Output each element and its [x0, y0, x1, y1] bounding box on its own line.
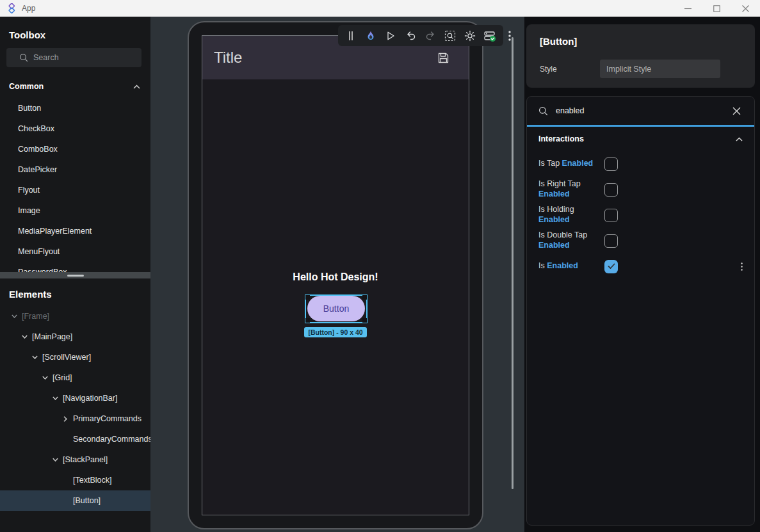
selection-handle[interactable] — [362, 295, 367, 300]
chevron-right-icon[interactable] — [60, 414, 70, 424]
toolbox-item-flyout[interactable]: Flyout — [0, 180, 150, 200]
selected-element-card: [Button] Style Implicit Style — [526, 24, 755, 88]
chevron-up-icon — [133, 85, 140, 89]
toolbox-item-datepicker[interactable]: DatePicker — [0, 159, 150, 180]
properties-panel: [Button] Style Implicit Style Interactio… — [524, 17, 760, 532]
tree-item-label: [NavigationBar] — [63, 394, 117, 403]
toolbox-item-button[interactable]: Button — [0, 98, 150, 118]
save-icon[interactable] — [437, 52, 449, 64]
property-row-is-enabled: Is Enabled — [527, 254, 754, 279]
search-icon — [19, 53, 28, 62]
tree-item-label: SecondaryCommands — [73, 435, 152, 444]
tree-item-label: [MainPage] — [32, 332, 72, 341]
checkbox-is-double-tap-enabled[interactable] — [604, 234, 618, 248]
toolbox-item-menuflyout[interactable]: MenuFlyout — [0, 241, 150, 262]
tree-item-stackpanel[interactable]: [StackPanel] — [0, 449, 150, 470]
panel-splitter[interactable] — [0, 272, 150, 278]
elements-title: Elements — [0, 278, 150, 306]
tree-item-label: [Frame] — [22, 312, 49, 321]
toolbox-item-passwordbox[interactable]: PasswordBox — [0, 262, 150, 272]
interactions-section-header[interactable]: Interactions — [527, 127, 754, 151]
device-screen[interactable]: Title Hello Hot Design! Button — [202, 35, 469, 515]
canvas-scrollbar[interactable] — [512, 37, 513, 489]
undo-icon[interactable] — [403, 28, 418, 44]
tree-item-navigationbar[interactable]: [NavigationBar] — [0, 388, 150, 408]
chevron-down-icon[interactable] — [9, 311, 19, 321]
inspect-element-icon[interactable] — [442, 28, 458, 44]
tree-item-secondarycommands[interactable]: SecondaryCommands — [0, 429, 150, 449]
tree-item-primarycommands[interactable]: PrimaryCommands — [0, 408, 150, 429]
tree-item-label: [Button] — [73, 496, 101, 505]
row-more-options-icon[interactable] — [741, 262, 743, 271]
style-value-field[interactable]: Implicit Style — [600, 60, 720, 78]
chevron-down-icon[interactable] — [19, 332, 29, 342]
tree-item-mainpage[interactable]: [MainPage] — [0, 326, 150, 347]
selection-handle[interactable] — [305, 295, 310, 300]
titlebar: App — [0, 0, 760, 17]
selection-handle[interactable] — [362, 318, 367, 323]
property-row-is-right-tap-enabled: Is Right Tap Enabled — [527, 177, 754, 202]
tree-item-label: [ScrollViewer] — [42, 353, 91, 362]
checkbox-is-right-tap-enabled[interactable] — [604, 183, 618, 197]
selection-size-badge: [Button] - 90 x 40 — [202, 327, 469, 337]
tree-item-frame[interactable]: [Frame] — [0, 306, 150, 326]
toolbox-item-combobox[interactable]: ComboBox — [0, 139, 150, 159]
chevron-down-icon[interactable] — [50, 393, 60, 403]
section-label: Common — [9, 82, 44, 91]
chevron-down-icon[interactable] — [50, 455, 60, 465]
minimize-button[interactable] — [674, 0, 702, 17]
toolbox-item-image[interactable]: Image — [0, 200, 150, 221]
tree-item-button-selected[interactable]: [Button] — [0, 490, 150, 511]
toolbox-item-mediaplayerelement[interactable]: MediaPlayerElement — [0, 221, 150, 241]
page-title: Title — [214, 49, 242, 67]
play-icon[interactable] — [383, 28, 398, 44]
app-window: App Toolbox Common Button C — [0, 0, 760, 532]
close-button[interactable] — [731, 0, 760, 17]
canvas-button[interactable]: Button — [307, 296, 365, 321]
property-search-input[interactable] — [556, 106, 730, 115]
splitter-grip-icon — [67, 275, 84, 277]
maximize-button[interactable] — [702, 0, 731, 17]
device-frame: Title Hello Hot Design! Button — [188, 21, 483, 529]
checkbox-is-tap-enabled[interactable] — [604, 157, 618, 171]
chevron-down-icon[interactable] — [29, 352, 40, 362]
properties-card: Interactions Is Tap Enabled Is Right Tap… — [526, 96, 755, 526]
tree-item-label: [StackPanel] — [63, 455, 108, 464]
connected-status-icon[interactable] — [482, 28, 497, 44]
tree-item-textblock[interactable]: [TextBlock] — [0, 470, 150, 490]
toolbox-search-input[interactable] — [33, 53, 136, 62]
interactions-label: Interactions — [538, 134, 584, 143]
hello-textblock[interactable]: Hello Hot Design! — [202, 271, 469, 283]
drag-handle-icon[interactable] — [343, 28, 359, 44]
property-search[interactable] — [527, 97, 754, 125]
style-row: Style Implicit Style — [540, 60, 755, 78]
redo-icon[interactable] — [423, 28, 438, 44]
hot-design-flame-icon[interactable] — [363, 28, 378, 44]
selected-element-header: [Button] — [526, 24, 755, 47]
selection-handle[interactable] — [305, 318, 310, 323]
theme-light-icon[interactable] — [462, 28, 478, 44]
checkbox-is-holding-enabled[interactable] — [604, 209, 618, 222]
checkbox-is-enabled-checked[interactable] — [604, 260, 618, 273]
tree-item-label: [TextBlock] — [73, 476, 111, 485]
property-label: Is Double Tap Enabled — [538, 230, 604, 250]
more-options-icon[interactable] — [502, 28, 517, 44]
toolbox-search[interactable] — [6, 48, 141, 67]
design-canvas[interactable]: Title Hello Hot Design! Button — [150, 17, 524, 532]
selection-outline[interactable]: Button — [305, 294, 368, 323]
tree-item-label: PrimaryCommands — [73, 414, 141, 423]
app-logo-icon — [6, 3, 17, 13]
tree-item-scrollviewer[interactable]: [ScrollViewer] — [0, 347, 150, 367]
toolbox-item-checkbox[interactable]: CheckBox — [0, 118, 150, 139]
window-controls — [674, 0, 760, 17]
left-sidebar: Toolbox Common Button CheckBox ComboBox … — [0, 17, 150, 532]
property-label: Is Right Tap Enabled — [538, 179, 604, 199]
tree-item-label: [Grid] — [53, 373, 72, 382]
toolbox-section-common[interactable]: Common — [0, 79, 150, 94]
chevron-down-icon[interactable] — [40, 373, 50, 383]
clear-search-icon[interactable] — [730, 104, 743, 117]
designer-toolbar — [338, 25, 503, 46]
property-label: Is Tap Enabled — [538, 159, 604, 169]
tree-item-grid[interactable]: [Grid] — [0, 367, 150, 388]
search-icon — [538, 106, 548, 116]
